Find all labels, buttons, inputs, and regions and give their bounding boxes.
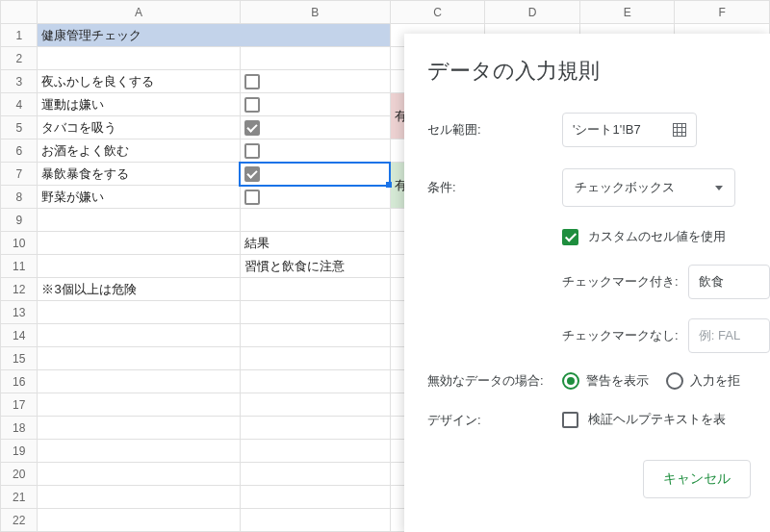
col-header[interactable]: F [675, 1, 770, 24]
row-header[interactable]: 13 [1, 301, 38, 324]
cell-B12[interactable] [240, 278, 390, 301]
cell-A19[interactable] [38, 440, 240, 463]
row-header[interactable]: 4 [1, 93, 38, 116]
cell-text: タバコを吸う [41, 120, 116, 135]
col-header[interactable]: D [485, 1, 580, 24]
sheet-checkbox[interactable] [244, 74, 260, 89]
cell-text: 野菜が嫌い [41, 190, 104, 204]
cell-A6[interactable]: お酒をよく飲む [38, 139, 240, 163]
corner-cell[interactable] [1, 1, 38, 24]
checkbox-icon [562, 229, 578, 245]
row-header[interactable]: 5 [1, 116, 38, 139]
row-header[interactable]: 17 [1, 393, 38, 417]
svg-rect-0 [674, 124, 686, 137]
selection-handle[interactable] [386, 182, 392, 188]
row-header[interactable]: 15 [1, 347, 38, 370]
sheet-checkbox[interactable] [244, 166, 260, 182]
unchecked-value-input[interactable]: 例: FAL [688, 318, 770, 353]
col-header[interactable]: B [240, 1, 390, 24]
row-header[interactable]: 22 [1, 509, 38, 532]
cell-text: 習慣と飲食に注意 [244, 259, 345, 273]
row-header[interactable]: 20 [1, 463, 38, 486]
cell-B11[interactable]: 習慣と飲食に注意 [240, 255, 390, 278]
row-header[interactable]: 7 [1, 163, 38, 186]
cell-A22[interactable] [38, 509, 240, 532]
row-header[interactable]: 18 [1, 417, 38, 440]
row-header[interactable]: 9 [1, 209, 38, 232]
cell-B5[interactable] [240, 116, 390, 139]
sheet-checkbox[interactable] [244, 143, 260, 159]
cell-A3[interactable]: 夜ふかしを良くする [38, 70, 240, 93]
row-header[interactable]: 21 [1, 486, 38, 509]
row-header[interactable]: 14 [1, 324, 38, 347]
row-header[interactable]: 11 [1, 255, 38, 278]
cell-A21[interactable] [38, 486, 240, 509]
sheet-checkbox[interactable] [244, 190, 260, 205]
row-header[interactable]: 19 [1, 440, 38, 463]
cell-B8[interactable] [240, 186, 390, 209]
cell-B13[interactable] [240, 301, 390, 324]
cell-A8[interactable]: 野菜が嫌い [38, 186, 240, 209]
cell-range-label: セル範囲: [427, 121, 562, 139]
row-header[interactable]: 8 [1, 186, 38, 209]
cell-A16[interactable] [38, 370, 240, 393]
cell-A4[interactable]: 運動は嫌い [38, 93, 240, 116]
cell-A9[interactable] [38, 209, 240, 232]
cell-B21[interactable] [240, 486, 390, 509]
row-header[interactable]: 16 [1, 370, 38, 393]
condition-label: 条件: [427, 179, 562, 196]
cell-A20[interactable] [38, 463, 240, 486]
cell-A7[interactable]: 暴飲暴食をする [38, 163, 240, 186]
cancel-button[interactable]: キャンセル [643, 460, 751, 498]
cell-B17[interactable] [240, 393, 390, 417]
cell-A17[interactable] [38, 393, 240, 417]
cell-B3[interactable] [240, 70, 390, 93]
cell-A11[interactable] [38, 255, 240, 278]
sheet-checkbox[interactable] [244, 120, 260, 136]
condition-dropdown[interactable]: チェックボックス [562, 168, 735, 207]
column-header-row: A B C D E F [1, 1, 770, 24]
cell-A5[interactable]: タバコを吸う [38, 116, 240, 139]
cell-B10[interactable]: 結果 [240, 232, 390, 255]
row-header[interactable]: 10 [1, 232, 38, 255]
cell-B6[interactable] [240, 139, 390, 163]
show-help-text-checkbox[interactable]: 検証ヘルプテキストを表 [562, 411, 726, 428]
cell-A15[interactable] [38, 347, 240, 370]
row-header[interactable]: 12 [1, 278, 38, 301]
cell-B9[interactable] [240, 209, 390, 232]
sheet-checkbox[interactable] [244, 97, 260, 113]
cell-B14[interactable] [240, 324, 390, 347]
cell-B7[interactable] [240, 163, 390, 186]
invalid-reject-radio[interactable]: 入力を拒 [666, 372, 740, 390]
cell-A10[interactable] [38, 232, 240, 255]
cell-A14[interactable] [38, 324, 240, 347]
cell-A1[interactable]: 健康管理チェック [38, 24, 390, 47]
cell-B4[interactable] [240, 93, 390, 116]
design-label: デザイン: [427, 412, 562, 429]
row-header[interactable]: 2 [1, 47, 38, 70]
cell-B20[interactable] [240, 463, 390, 486]
col-header[interactable]: C [390, 1, 485, 24]
data-validation-panel: データの入力規則 セル範囲: 'シート1'!B7 条件: チェックボックス カス… [404, 34, 770, 532]
cell-B16[interactable] [240, 370, 390, 393]
use-custom-values-checkbox[interactable]: カスタムのセル値を使用 [562, 228, 726, 245]
checked-value-input[interactable]: 飲食 [688, 265, 770, 299]
cell-B2[interactable] [240, 47, 390, 70]
cell-A2[interactable] [38, 47, 240, 70]
panel-title: データの入力規則 [427, 57, 770, 86]
row-header[interactable]: 3 [1, 70, 38, 93]
cell-range-input[interactable]: 'シート1'!B7 [562, 113, 697, 147]
row-header[interactable]: 1 [1, 24, 38, 47]
cell-B18[interactable] [240, 417, 390, 440]
cell-A13[interactable] [38, 301, 240, 324]
cell-B22[interactable] [240, 509, 390, 532]
col-header[interactable]: A [38, 1, 240, 24]
row-header[interactable]: 6 [1, 139, 38, 163]
invalid-warn-radio[interactable]: 警告を表示 [562, 372, 649, 390]
col-header[interactable]: E [579, 1, 675, 24]
cell-A18[interactable] [38, 417, 240, 440]
select-range-icon[interactable] [673, 123, 686, 137]
cell-A12[interactable]: ※3個以上は危険 [38, 278, 240, 301]
cell-B19[interactable] [240, 440, 390, 463]
cell-B15[interactable] [240, 347, 390, 370]
